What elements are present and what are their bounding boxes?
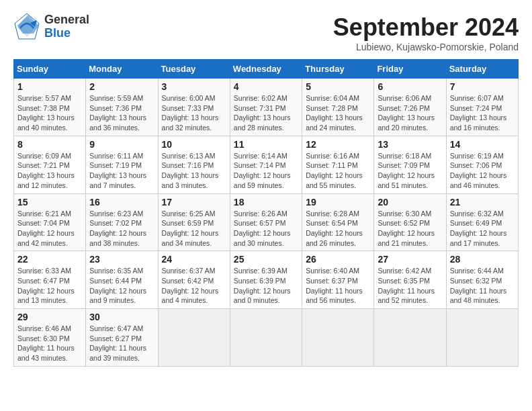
calendar-cell: 27Sunrise: 6:42 AM Sunset: 6:35 PM Dayli… bbox=[374, 251, 446, 309]
day-info: Sunrise: 6:02 AM Sunset: 7:31 PM Dayligh… bbox=[234, 93, 298, 133]
calendar-cell: 9Sunrise: 6:11 AM Sunset: 7:19 PM Daylig… bbox=[86, 136, 158, 193]
calendar-cell: 22Sunrise: 6:33 AM Sunset: 6:47 PM Dayli… bbox=[14, 251, 86, 309]
day-number: 1 bbox=[17, 81, 82, 92]
calendar-cell: 3Sunrise: 6:00 AM Sunset: 7:33 PM Daylig… bbox=[158, 79, 230, 136]
week-row-4: 22Sunrise: 6:33 AM Sunset: 6:47 PM Dayli… bbox=[14, 251, 519, 309]
calendar-cell bbox=[446, 309, 518, 367]
day-info: Sunrise: 6:33 AM Sunset: 6:47 PM Dayligh… bbox=[17, 266, 82, 306]
calendar-cell bbox=[158, 309, 230, 367]
calendar-cell: 26Sunrise: 6:40 AM Sunset: 6:37 PM Dayli… bbox=[302, 251, 374, 309]
day-info: Sunrise: 6:13 AM Sunset: 7:16 PM Dayligh… bbox=[162, 151, 226, 191]
week-row-3: 15Sunrise: 6:21 AM Sunset: 7:04 PM Dayli… bbox=[14, 193, 519, 251]
day-number: 15 bbox=[17, 197, 82, 208]
weekday-saturday: Saturday bbox=[446, 60, 518, 79]
calendar-table: SundayMondayTuesdayWednesdayThursdayFrid… bbox=[13, 59, 519, 367]
calendar-cell: 25Sunrise: 6:39 AM Sunset: 6:39 PM Dayli… bbox=[230, 251, 302, 309]
calendar-cell: 24Sunrise: 6:37 AM Sunset: 6:42 PM Dayli… bbox=[158, 251, 230, 309]
day-number: 20 bbox=[378, 197, 442, 208]
calendar-cell bbox=[302, 309, 374, 367]
day-info: Sunrise: 6:07 AM Sunset: 7:24 PM Dayligh… bbox=[450, 93, 515, 133]
day-info: Sunrise: 6:06 AM Sunset: 7:26 PM Dayligh… bbox=[378, 93, 442, 133]
day-info: Sunrise: 6:21 AM Sunset: 7:04 PM Dayligh… bbox=[17, 209, 82, 248]
calendar-cell: 1Sunrise: 5:57 AM Sunset: 7:38 PM Daylig… bbox=[14, 79, 86, 136]
day-number: 25 bbox=[234, 254, 298, 265]
day-info: Sunrise: 6:04 AM Sunset: 7:28 PM Dayligh… bbox=[306, 93, 370, 133]
day-number: 14 bbox=[450, 139, 515, 150]
title-block: September 2024 Lubiewo, Kujawsko-Pomorsk… bbox=[333, 13, 519, 52]
day-info: Sunrise: 5:57 AM Sunset: 7:38 PM Dayligh… bbox=[17, 93, 82, 133]
weekday-friday: Friday bbox=[374, 60, 446, 79]
day-number: 27 bbox=[378, 254, 442, 265]
day-info: Sunrise: 6:16 AM Sunset: 7:11 PM Dayligh… bbox=[306, 151, 370, 191]
day-number: 26 bbox=[306, 254, 370, 265]
day-number: 29 bbox=[17, 312, 82, 322]
day-number: 13 bbox=[378, 139, 442, 150]
week-row-2: 8Sunrise: 6:09 AM Sunset: 7:21 PM Daylig… bbox=[14, 136, 519, 193]
day-info: Sunrise: 6:19 AM Sunset: 7:06 PM Dayligh… bbox=[450, 151, 515, 191]
calendar-cell: 7Sunrise: 6:07 AM Sunset: 7:24 PM Daylig… bbox=[446, 79, 518, 136]
calendar-cell: 8Sunrise: 6:09 AM Sunset: 7:21 PM Daylig… bbox=[14, 136, 86, 193]
day-info: Sunrise: 6:28 AM Sunset: 6:54 PM Dayligh… bbox=[306, 209, 370, 248]
weekday-tuesday: Tuesday bbox=[158, 60, 230, 79]
location: Lubiewo, Kujawsko-Pomorskie, Poland bbox=[333, 42, 519, 52]
calendar-cell: 10Sunrise: 6:13 AM Sunset: 7:16 PM Dayli… bbox=[158, 136, 230, 193]
day-number: 11 bbox=[234, 139, 298, 150]
day-number: 5 bbox=[306, 81, 370, 92]
calendar-cell: 4Sunrise: 6:02 AM Sunset: 7:31 PM Daylig… bbox=[230, 79, 302, 136]
day-info: Sunrise: 6:14 AM Sunset: 7:14 PM Dayligh… bbox=[234, 151, 298, 191]
day-info: Sunrise: 6:09 AM Sunset: 7:21 PM Dayligh… bbox=[17, 151, 82, 191]
day-info: Sunrise: 5:59 AM Sunset: 7:36 PM Dayligh… bbox=[89, 93, 154, 133]
calendar-cell: 19Sunrise: 6:28 AM Sunset: 6:54 PM Dayli… bbox=[302, 193, 374, 251]
day-number: 4 bbox=[234, 81, 298, 92]
calendar-cell: 23Sunrise: 6:35 AM Sunset: 6:44 PM Dayli… bbox=[86, 251, 158, 309]
day-number: 7 bbox=[450, 81, 515, 92]
calendar-cell: 6Sunrise: 6:06 AM Sunset: 7:26 PM Daylig… bbox=[374, 79, 446, 136]
calendar-cell: 29Sunrise: 6:46 AM Sunset: 6:30 PM Dayli… bbox=[14, 309, 86, 367]
weekday-wednesday: Wednesday bbox=[230, 60, 302, 79]
weekday-thursday: Thursday bbox=[302, 60, 374, 79]
day-info: Sunrise: 6:47 AM Sunset: 6:27 PM Dayligh… bbox=[89, 324, 154, 363]
day-number: 3 bbox=[162, 81, 226, 92]
day-number: 17 bbox=[162, 197, 226, 208]
day-info: Sunrise: 6:25 AM Sunset: 6:59 PM Dayligh… bbox=[162, 209, 226, 248]
calendar-cell: 28Sunrise: 6:44 AM Sunset: 6:32 PM Dayli… bbox=[446, 251, 518, 309]
day-info: Sunrise: 6:44 AM Sunset: 6:32 PM Dayligh… bbox=[450, 266, 515, 306]
day-info: Sunrise: 6:18 AM Sunset: 7:09 PM Dayligh… bbox=[378, 151, 442, 191]
calendar-cell: 16Sunrise: 6:23 AM Sunset: 7:02 PM Dayli… bbox=[86, 193, 158, 251]
day-number: 28 bbox=[450, 254, 515, 265]
day-info: Sunrise: 6:37 AM Sunset: 6:42 PM Dayligh… bbox=[162, 266, 226, 306]
calendar-cell: 15Sunrise: 6:21 AM Sunset: 7:04 PM Dayli… bbox=[14, 193, 86, 251]
day-info: Sunrise: 6:11 AM Sunset: 7:19 PM Dayligh… bbox=[89, 151, 154, 191]
calendar-cell: 30Sunrise: 6:47 AM Sunset: 6:27 PM Dayli… bbox=[86, 309, 158, 367]
calendar-cell: 21Sunrise: 6:32 AM Sunset: 6:49 PM Dayli… bbox=[446, 193, 518, 251]
day-number: 19 bbox=[306, 197, 370, 208]
calendar-cell: 11Sunrise: 6:14 AM Sunset: 7:14 PM Dayli… bbox=[230, 136, 302, 193]
weekday-sunday: Sunday bbox=[14, 60, 86, 79]
day-info: Sunrise: 6:26 AM Sunset: 6:57 PM Dayligh… bbox=[234, 209, 298, 248]
calendar-cell bbox=[374, 309, 446, 367]
weekday-header-row: SundayMondayTuesdayWednesdayThursdayFrid… bbox=[14, 60, 519, 79]
calendar-cell: 18Sunrise: 6:26 AM Sunset: 6:57 PM Dayli… bbox=[230, 193, 302, 251]
day-info: Sunrise: 6:30 AM Sunset: 6:52 PM Dayligh… bbox=[378, 209, 442, 248]
calendar-header: SundayMondayTuesdayWednesdayThursdayFrid… bbox=[14, 60, 519, 79]
calendar-cell: 2Sunrise: 5:59 AM Sunset: 7:36 PM Daylig… bbox=[86, 79, 158, 136]
logo-blue: Blue bbox=[44, 27, 89, 40]
calendar-cell: 14Sunrise: 6:19 AM Sunset: 7:06 PM Dayli… bbox=[446, 136, 518, 193]
day-info: Sunrise: 6:39 AM Sunset: 6:39 PM Dayligh… bbox=[234, 266, 298, 306]
day-number: 16 bbox=[89, 197, 154, 208]
weekday-monday: Monday bbox=[86, 60, 158, 79]
day-info: Sunrise: 6:35 AM Sunset: 6:44 PM Dayligh… bbox=[89, 266, 154, 306]
day-number: 12 bbox=[306, 139, 370, 150]
day-number: 6 bbox=[378, 81, 442, 92]
day-info: Sunrise: 6:00 AM Sunset: 7:33 PM Dayligh… bbox=[162, 93, 226, 133]
logo-general: General bbox=[44, 13, 89, 27]
day-number: 24 bbox=[162, 254, 226, 265]
day-number: 9 bbox=[89, 139, 154, 150]
day-info: Sunrise: 6:42 AM Sunset: 6:35 PM Dayligh… bbox=[378, 266, 442, 306]
calendar-body: 1Sunrise: 5:57 AM Sunset: 7:38 PM Daylig… bbox=[14, 79, 519, 367]
day-number: 30 bbox=[89, 312, 154, 322]
month-title: September 2024 bbox=[333, 13, 519, 42]
calendar-cell: 13Sunrise: 6:18 AM Sunset: 7:09 PM Dayli… bbox=[374, 136, 446, 193]
calendar-cell: 20Sunrise: 6:30 AM Sunset: 6:52 PM Dayli… bbox=[374, 193, 446, 251]
day-number: 2 bbox=[89, 81, 154, 92]
